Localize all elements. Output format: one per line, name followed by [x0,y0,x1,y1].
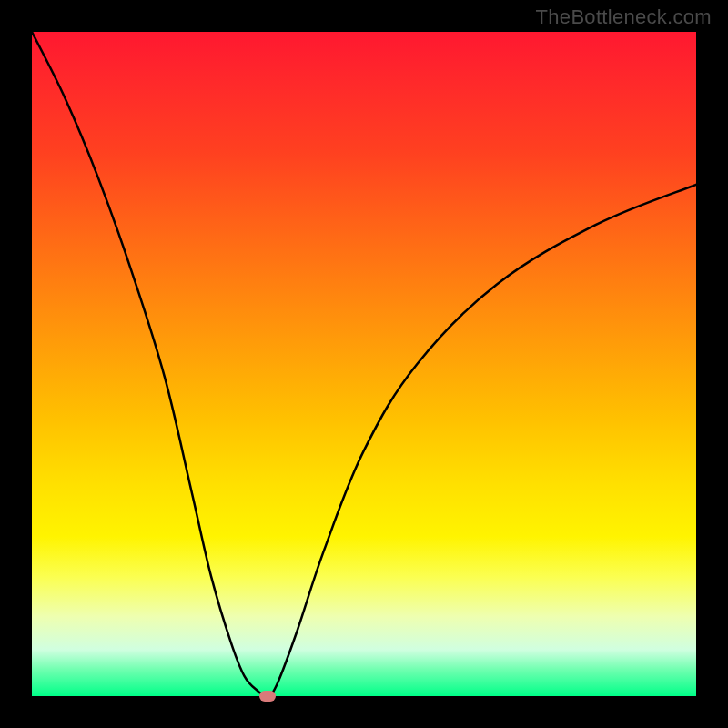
bottleneck-curve [32,32,696,696]
watermark-text: TheBottleneck.com [536,5,712,29]
chart-plot-area [32,32,696,696]
optimum-marker [259,691,276,702]
